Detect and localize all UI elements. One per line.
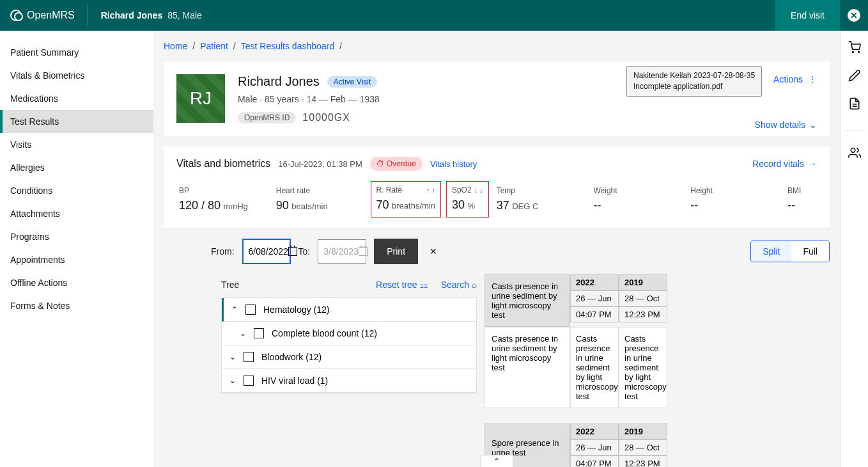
chevron-down-icon[interactable]: ⌄ [229,352,236,361]
row-label: Casts presence in urine sediment by ligh… [484,327,570,408]
sidebar-item-medications[interactable]: Medications [0,87,153,110]
chevron-down-icon[interactable]: ⌄ [229,376,236,385]
show-details-button[interactable]: Show details ⌄ [755,120,817,130]
tooltip-line1: Nakitende Keilah 2023-07-28-08-35 [633,70,755,81]
breadcrumb: Home/ Patient/ Test Results dashboard/ [153,31,840,61]
from-date-input[interactable]: 6/08/2022 [242,239,291,264]
data-cell: Casts presence in urine sediment by ligh… [570,327,619,408]
breadcrumb-home[interactable]: Home [164,41,187,51]
id-type-badge: OpenMRS ID [238,112,296,123]
table-spore: Spore presence in urine test 2022 2019 2… [484,423,830,467]
tree-item-label: Hematology (12) [263,305,330,315]
svg-point-1 [858,52,859,53]
active-visit-badge: Active Visit [327,76,377,88]
tree-item-label: HIV viral load (1) [261,376,328,386]
vital-spo2: SpO2↓ ↓ 30 % [446,181,489,218]
date-header: 26 — Jun [570,290,619,306]
patient-header-info: Richard Jones 85, Male [91,10,212,20]
search-button[interactable]: Search⌕ [441,280,477,290]
brand-name: OpenMRS [27,10,75,21]
sidebar-item-patient-summary[interactable]: Patient Summary [0,41,153,64]
avatar: RJ [176,74,225,123]
app-header: OpenMRS Richard Jones 85, Male End visit… [0,0,868,31]
file-tooltip: Nakitende Keilah 2023-07-28-08-35 Incomp… [626,66,762,97]
vital-bmi: BMI -- [785,181,817,218]
cart-icon[interactable] [848,41,861,54]
view-toggle: Split Full [750,241,830,262]
chevron-up-icon[interactable]: ⌃ [231,305,238,314]
tree-item-cbc[interactable]: ⌄ Complete blood count (12) [222,322,476,345]
table-casts: Casts presence in urine sediment by ligh… [484,274,830,408]
breadcrumb-dashboard[interactable]: Test Results dashboard [241,41,334,51]
search-icon: ⌕ [472,280,477,290]
vital-temp: Temp 37 DEG C [494,181,591,218]
close-icon: ✕ [848,9,860,22]
tree-panel: Tree Reset tree⚏ Search⌕ ⌃ Hematology (1… [221,274,477,467]
full-view-button[interactable]: Full [791,241,829,262]
document-icon[interactable] [848,97,861,110]
checkbox[interactable] [244,376,254,386]
date-header: 28 — Oct [619,290,667,306]
to-label: To: [298,246,311,257]
checkbox[interactable] [254,328,264,338]
time-header: 12:23 PM [619,455,667,467]
clear-button[interactable]: ✕ [430,246,437,257]
sidebar-item-offline[interactable]: Offline Actions [0,271,153,294]
sidebar-item-programs[interactable]: Programs [0,225,153,248]
arrow-right-icon: → [808,159,817,169]
pencil-icon[interactable] [848,69,861,82]
date-header: 26 — Jun [570,439,619,455]
vital-heart-rate: Heart rate 90 beats/min [274,181,371,218]
reset-tree-button[interactable]: Reset tree⚏ [376,280,428,290]
header-patient-name: Richard Jones [101,10,162,20]
sidebar-item-visits[interactable]: Visits [0,133,153,156]
main-content: Nakitende Keilah 2023-07-28-08-35 Incomp… [153,31,840,467]
tree-item-hematology[interactable]: ⌃ Hematology (12) [222,298,476,322]
vital-bp: BP 120 / 80 mmHg [176,181,274,218]
sidebar-item-attachments[interactable]: Attachments [0,202,153,225]
data-cell: Casts presence in urine sediment by ligh… [619,327,667,408]
from-label: From: [211,246,235,257]
up-arrows-icon: ↑ ↑ [426,186,435,194]
logo-area: OpenMRS [0,10,85,21]
results-table-area: Casts presence in urine sediment by ligh… [484,274,830,467]
sidebar-item-test-results[interactable]: Test Results [0,110,153,133]
time-header: 04:07 PM [570,306,619,322]
actions-menu[interactable]: Actions ⋮ [773,74,817,84]
sidebar-item-vitals[interactable]: Vitals & Biometrics [0,64,153,87]
expand-handle[interactable]: ⌃ [480,455,513,467]
close-button[interactable]: ✕ [840,0,868,31]
sidebar-item-appointments[interactable]: Appointments [0,248,153,271]
record-vitals-button[interactable]: Record vitals→ [752,159,817,169]
year-header: 2022 [570,274,619,290]
time-header: 04:07 PM [570,455,619,467]
year-header: 2019 [619,423,667,439]
sidebar-item-allergies[interactable]: Allergies [0,156,153,179]
end-visit-button[interactable]: End visit [775,0,840,31]
tree-item-hiv[interactable]: ⌄ HIV viral load (1) [222,369,476,393]
tree-icon: ⚏ [420,280,428,290]
chevron-down-icon[interactable]: ⌄ [240,329,246,338]
vitals-section: Vitals and biometrics 16-Jul-2023, 01:38… [164,146,830,228]
to-date-input[interactable]: 3/8/2023 [318,239,366,264]
users-icon[interactable] [848,146,861,159]
breadcrumb-patient[interactable]: Patient [200,41,228,51]
svg-point-0 [852,52,853,53]
kebab-icon: ⋮ [808,74,817,84]
sidebar-item-forms[interactable]: Forms & Notes [0,294,153,317]
actions-label: Actions [773,74,803,84]
openmrs-logo-icon [10,10,22,21]
vital-weight: Weight -- [591,181,688,218]
split-view-button[interactable]: Split [751,241,791,262]
vitals-history-link[interactable]: Vitals history [430,159,477,169]
tree-item-bloodwork[interactable]: ⌄ Bloodwork (12) [222,345,476,369]
print-button[interactable]: Print [374,239,418,264]
overdue-badge: ⏱Overdue [370,157,422,171]
show-details-label: Show details [755,120,805,130]
header-patient-meta: 85, Male [167,10,202,20]
checkbox[interactable] [244,352,254,362]
checkbox[interactable] [245,305,256,315]
sidebar-item-conditions[interactable]: Conditions [0,179,153,202]
year-header: 2019 [619,274,667,290]
chevron-down-icon: ⌄ [809,120,817,130]
